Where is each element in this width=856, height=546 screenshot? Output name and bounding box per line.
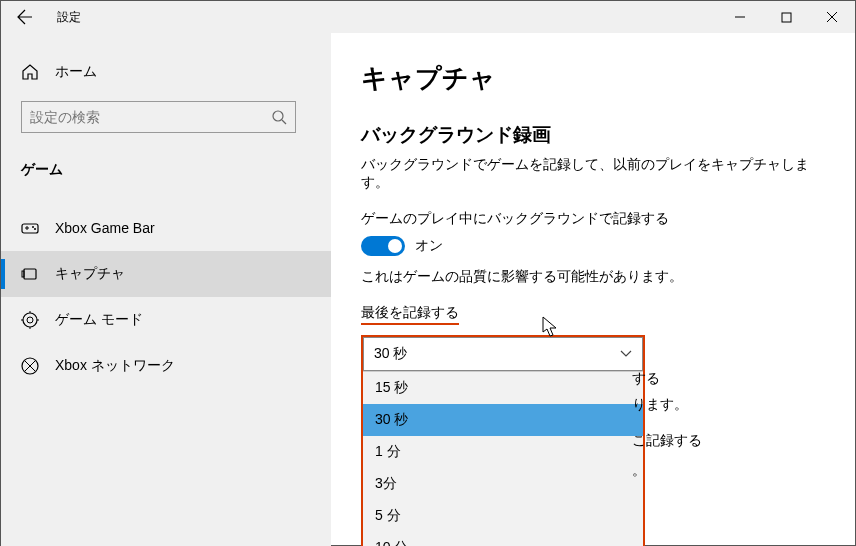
section-desc: バックグラウンドでゲームを記録して、以前のプレイをキャプチャします。 <box>361 156 825 192</box>
obscured-text: する <box>632 370 660 388</box>
svg-rect-0 <box>782 13 791 22</box>
option-30s[interactable]: 30 秒 <box>363 404 643 436</box>
search-icon <box>271 109 287 125</box>
sidebar-item-label: キャプチャ <box>55 265 125 283</box>
search-input[interactable] <box>21 101 296 133</box>
settings-window: 設定 ホーム ゲーム <box>0 0 856 546</box>
content: キャプチャ バックグラウンド録画 バックグラウンドでゲームを記録して、以前のプレ… <box>331 33 855 546</box>
svg-rect-6 <box>22 271 24 277</box>
sidebar-item-capture[interactable]: キャプチャ <box>1 251 331 297</box>
section-title: バックグラウンド録画 <box>361 122 825 148</box>
toggle-knob <box>388 239 402 253</box>
category-label: ゲーム <box>1 143 331 189</box>
sidebar-item-label: Xbox ネットワーク <box>55 357 175 375</box>
maximize-button[interactable] <box>763 1 809 33</box>
home-icon <box>21 63 39 81</box>
back-button[interactable] <box>1 9 49 25</box>
combo-value: 30 秒 <box>374 345 407 363</box>
toggle-warning: これはゲームの品質に影響する可能性があります。 <box>361 268 825 286</box>
option-3m[interactable]: 3分 <box>363 468 643 500</box>
sidebar: ホーム ゲーム Xbox Game Bar <box>1 33 331 546</box>
obscured-text: こ記録する <box>632 432 702 450</box>
sidebar-item-label: ゲーム モード <box>55 311 143 329</box>
toggle-label: ゲームのプレイ中にバックグラウンドで記録する <box>361 210 825 228</box>
option-10m[interactable]: 10 分 <box>363 532 643 546</box>
option-5m[interactable]: 5 分 <box>363 500 643 532</box>
background-record-toggle[interactable] <box>361 236 405 256</box>
obscured-text: ります。 <box>632 396 688 414</box>
svg-point-3 <box>32 226 34 228</box>
record-last-combo[interactable]: 30 秒 <box>363 337 643 371</box>
home-label: ホーム <box>55 63 97 81</box>
svg-point-7 <box>23 313 37 327</box>
chevron-down-icon <box>620 350 632 358</box>
capture-icon <box>21 267 39 281</box>
maximize-icon <box>781 12 792 23</box>
xbox-icon <box>21 357 39 375</box>
home-link[interactable]: ホーム <box>1 53 331 91</box>
option-15s[interactable]: 15 秒 <box>363 372 643 404</box>
close-icon <box>826 11 838 23</box>
svg-point-4 <box>34 228 36 230</box>
toggle-state: オン <box>415 237 443 255</box>
sidebar-item-label: Xbox Game Bar <box>55 220 155 236</box>
gamebar-icon <box>21 221 39 235</box>
svg-point-1 <box>273 111 283 121</box>
sidebar-item-gamebar[interactable]: Xbox Game Bar <box>1 205 331 251</box>
minimize-button[interactable] <box>717 1 763 33</box>
back-arrow-icon <box>17 9 33 25</box>
close-button[interactable] <box>809 1 855 33</box>
sidebar-item-gamemode[interactable]: ゲーム モード <box>1 297 331 343</box>
obscured-text: 。 <box>632 462 646 480</box>
page-title: キャプチャ <box>361 61 825 96</box>
option-1m[interactable]: 1 分 <box>363 436 643 468</box>
svg-point-8 <box>27 317 33 323</box>
body: ホーム ゲーム Xbox Game Bar <box>1 33 855 546</box>
titlebar: 設定 <box>1 1 855 33</box>
nav: Xbox Game Bar キャプチャ ゲーム モード <box>1 205 331 389</box>
search-field[interactable] <box>30 109 271 125</box>
window-title: 設定 <box>49 9 81 26</box>
gamemode-icon <box>21 311 39 329</box>
highlight-box: 30 秒 15 秒 30 秒 1 分 3分 5 分 10 分 <box>361 335 645 546</box>
sidebar-item-xboxnet[interactable]: Xbox ネットワーク <box>1 343 331 389</box>
minimize-icon <box>734 11 746 23</box>
dropdown-list: 15 秒 30 秒 1 分 3分 5 分 10 分 <box>363 371 643 546</box>
svg-rect-5 <box>24 269 36 279</box>
record-last-label: 最後を記録する <box>361 304 459 325</box>
